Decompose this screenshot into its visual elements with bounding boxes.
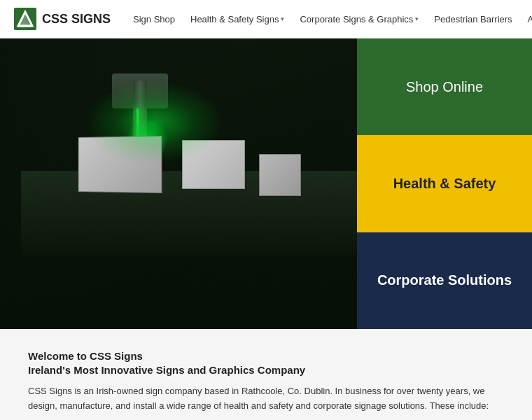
main-nav: Sign Shop Health & Safety Signs ▾ Corpor…: [126, 10, 532, 29]
health-safety-panel[interactable]: Health & Safety: [357, 135, 532, 232]
welcome-body: CSS Signs is an Irish-owned sign company…: [28, 384, 504, 414]
nav-health-safety-chevron: ▾: [281, 15, 284, 22]
shop-online-panel[interactable]: Shop Online: [357, 38, 532, 135]
nav-pedestrian[interactable]: Pedestrian Barriers: [427, 10, 519, 29]
welcome-subtitle: Ireland's Most Innovative Signs and Grap…: [28, 364, 504, 376]
logo-area: CSS SIGNS: [14, 8, 126, 30]
welcome-title: Welcome to CSS Signs: [28, 350, 504, 362]
shop-online-label: Shop Online: [406, 79, 483, 95]
hero-section: Shop Online Health & Safety Corporate So…: [0, 38, 532, 329]
ambient-glow: [84, 80, 224, 164]
nav-corporate[interactable]: Corporate Signs & Graphics ▾: [293, 10, 426, 29]
hero-panels: Shop Online Health & Safety Corporate So…: [357, 38, 532, 329]
nav-health-safety[interactable]: Health & Safety Signs ▾: [183, 10, 291, 29]
hero-machine-image: [0, 38, 357, 329]
content-inner: Welcome to CSS Signs Ireland's Most Inno…: [28, 350, 504, 420]
corporate-solutions-panel[interactable]: Corporate Solutions: [357, 232, 532, 329]
logo-icon: [14, 8, 36, 30]
logo-text: CSS SIGNS: [42, 12, 111, 27]
health-safety-label: Health & Safety: [393, 176, 496, 192]
header: CSS SIGNS Sign Shop Health & Safety Sign…: [0, 0, 532, 38]
content-section: Welcome to CSS Signs Ireland's Most Inno…: [0, 329, 532, 420]
sign-piece-3: [259, 154, 301, 196]
nav-about[interactable]: About ▾: [521, 10, 532, 29]
nav-corporate-chevron: ▾: [415, 15, 419, 22]
nav-sign-shop[interactable]: Sign Shop: [126, 10, 182, 29]
work-surface: [21, 172, 357, 255]
corporate-solutions-label: Corporate Solutions: [377, 272, 512, 288]
